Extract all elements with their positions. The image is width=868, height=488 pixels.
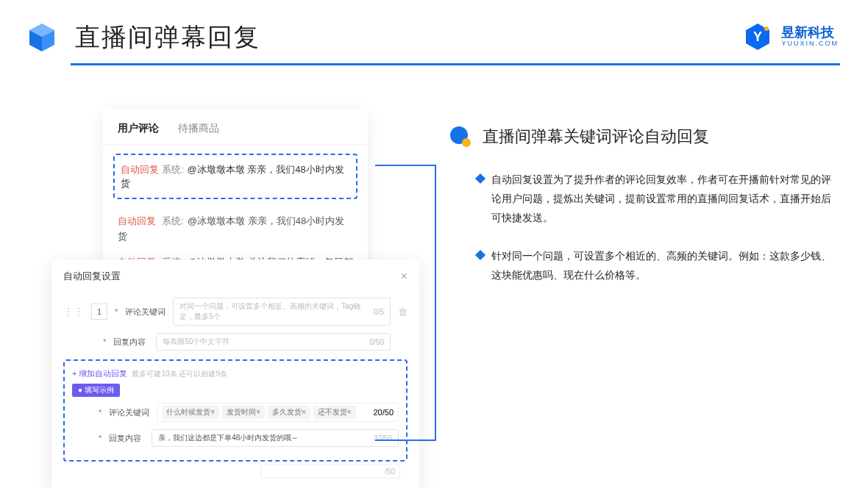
keyword-tag[interactable]: 什么时候发货× — [162, 406, 219, 419]
svg-point-5 — [764, 26, 769, 31]
bullet-text: 自动回复设置为了提升作者的评论回复效率，作者可在开播前针对常见的评论用户问题，提… — [491, 171, 837, 228]
under-count-box: /50 — [260, 464, 400, 478]
bullet-text: 针对同一个问题，可设置多个相近的、高频的关键词。例如：这款多少钱、这块能优惠吗、… — [491, 247, 837, 285]
diamond-icon — [475, 173, 485, 184]
bullet-item: 针对同一个问题，可设置多个相近的、高频的关键词。例如：这款多少钱、这块能优惠吗、… — [477, 247, 839, 285]
content-label: 回复内容 — [113, 337, 149, 348]
tab-user-comments[interactable]: 用户评论 — [118, 122, 159, 135]
tab-pending-goods[interactable]: 待播商品 — [178, 122, 219, 135]
keyword-input[interactable]: 对同一个问题，可设置多个相近、高频的关键词，Tag确定，最多5个 0/5 — [173, 298, 391, 326]
page-header: 直播间弹幕回复 — [25, 21, 260, 54]
system-label: 系统: — [162, 215, 184, 226]
content-placeholder: 每条限50个中文字符 — [163, 337, 230, 347]
comments-tabs: 用户评论 待播商品 — [103, 122, 368, 145]
ex-content-label: 回复内容 — [109, 433, 144, 444]
keyword-placeholder: 对同一个问题，可设置多个相近、高频的关键词，Tag确定，最多5个 — [179, 301, 374, 322]
auto-reply-tag: 自动回复 — [118, 215, 156, 226]
keyword-label: 评论关键词 — [125, 306, 166, 317]
example-tag-input[interactable]: 什么时候发货× 发货时间× 多久发货× 还不发货× 20/50 — [157, 403, 399, 422]
under-extra-row: /50 — [63, 464, 408, 478]
section-head: 直播间弹幕关键词评论自动回复 — [449, 125, 839, 148]
svg-text:Y: Y — [753, 29, 762, 44]
under-count: /50 — [385, 467, 395, 476]
content-row: * 回复内容 每条限50个中文字符 0/50 — [63, 333, 408, 351]
svg-point-7 — [462, 138, 471, 147]
page-title: 直播间弹幕回复 — [75, 21, 260, 54]
required-mark: * — [99, 434, 102, 442]
highlighted-comment: 自动回复 系统: @冰墩墩本墩 亲亲，我们48小时内发货 — [113, 154, 357, 199]
explanation-column: 直播间弹幕关键词评论自动回复 自动回复设置为了提升作者的评论回复效率，作者可在开… — [449, 125, 839, 304]
title-underline — [71, 63, 840, 65]
chat-bubble-icon — [449, 125, 472, 148]
ex-content-text: 亲，我们这边都是下单48小时内发货的哦～ — [158, 433, 299, 443]
auto-reply-tag: 自动回复 — [121, 164, 159, 175]
keyword-count: 0/5 — [374, 308, 384, 316]
ex-content-count: 37/50 — [374, 434, 392, 442]
keyword-tag[interactable]: 还不发货× — [313, 406, 356, 419]
bullet-item: 自动回复设置为了提升作者的评论回复效率，作者可在开播前针对常见的评论用户问题，提… — [477, 171, 839, 228]
ex-keyword-label: 评论关键词 — [109, 407, 149, 418]
modal-title: 自动回复设置 — [63, 270, 121, 283]
brand-name-en: YUUXIN.COM — [781, 40, 839, 48]
section-title: 直播间弹幕关键词评论自动回复 — [483, 126, 709, 148]
rule-index: 1 — [91, 304, 107, 320]
keyword-row: ⋮⋮ 1 * 评论关键词 对同一个问题，可设置多个相近、高频的关键词，Tag确定… — [63, 298, 408, 326]
brand-name-cn: 昱新科技 — [781, 26, 839, 40]
ex-keyword-count: 20/50 — [373, 408, 394, 417]
required-mark: * — [99, 408, 102, 417]
diamond-icon — [475, 250, 485, 260]
brand-block: Y 昱新科技 YUUXIN.COM — [743, 22, 839, 51]
delete-icon[interactable]: 🗑 — [398, 306, 408, 317]
drag-handle-icon[interactable]: ⋮⋮ — [63, 306, 84, 317]
content-input[interactable]: 每条限50个中文字符 0/50 — [156, 333, 391, 351]
add-rule-link[interactable]: + 增加自动回复 — [72, 368, 127, 379]
keyword-tag[interactable]: 发货时间× — [222, 406, 265, 419]
comment-row: 自动回复 系统: @冰墩墩本墩 亲亲，我们48小时内发货 — [103, 208, 368, 249]
example-block: + 增加自动回复 最多可建10条 还可以创建9条 ● 填写示例 * 评论关键词 … — [63, 359, 408, 462]
example-keyword-row: * 评论关键词 什么时候发货× 发货时间× 多久发货× 还不发货× 20/50 — [72, 403, 399, 422]
settings-modal: 自动回复设置 × ⋮⋮ 1 * 评论关键词 对同一个问题，可设置多个相近、高频的… — [51, 259, 419, 488]
required-mark: * — [103, 337, 106, 346]
example-badge: ● 填写示例 — [72, 384, 120, 397]
required-mark: * — [115, 307, 118, 316]
brand-logo-icon: Y — [743, 22, 772, 51]
cube-icon — [25, 21, 59, 54]
example-content-row: * 回复内容 亲，我们这边都是下单48小时内发货的哦～ 37/50 — [72, 429, 399, 447]
bullet-list: 自动回复设置为了提升作者的评论回复效率，作者可在开播前针对常见的评论用户问题，提… — [477, 171, 839, 284]
keyword-tag[interactable]: 多久发货× — [268, 406, 310, 419]
example-content-input[interactable]: 亲，我们这边都是下单48小时内发货的哦～ 37/50 — [152, 429, 399, 447]
add-rule-hint: 最多可建10条 还可以创建9条 — [132, 369, 227, 379]
system-label: 系统: — [162, 164, 184, 175]
close-icon[interactable]: × — [401, 270, 408, 283]
content-count: 0/50 — [370, 338, 384, 346]
